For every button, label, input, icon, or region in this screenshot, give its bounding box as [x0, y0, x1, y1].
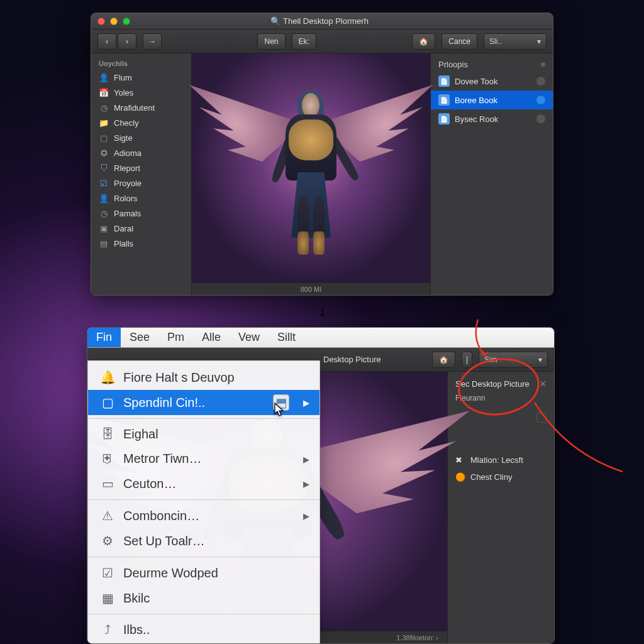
nen-button[interactable]: Nen: [257, 33, 285, 50]
menu-item[interactable]: ⚙Set Up Toalr…: [88, 528, 319, 553]
menu-item-label: Set Up Toalr…: [123, 534, 205, 548]
doc-icon: ▢: [99, 133, 109, 143]
menu-item[interactable]: ☑Deurme Wodped: [88, 560, 319, 586]
window-title-bottom: Desktop Picture: [323, 355, 381, 364]
menu-separator: [88, 557, 319, 557]
menu-item-label: Ilbs..: [123, 623, 150, 637]
window-title: 🔍 Thell Desktop Plormerh: [130, 16, 509, 26]
window-icon: ▣: [99, 223, 109, 233]
options-icon[interactable]: [536, 413, 547, 423]
sidebar-item-label: Plalls: [114, 239, 133, 248]
menu-pm[interactable]: Pm: [158, 328, 193, 347]
globe-icon: ✪: [99, 148, 109, 158]
divider-button[interactable]: |: [462, 352, 472, 368]
sidebar-item-label: Flum: [114, 73, 132, 82]
right-panel: Prloopis ≡ 📄Dovee Took📄Boree Book📄Bysec …: [430, 53, 553, 295]
image-preview[interactable]: [192, 53, 430, 282]
menu-item[interactable]: ▭Ceuton…▸: [88, 471, 319, 496]
menu-item-label: Comboncin…: [123, 509, 199, 523]
path-button[interactable]: →: [143, 33, 162, 50]
back-button[interactable]: ‹: [97, 33, 116, 50]
menu-item-label: Eighal: [123, 427, 158, 441]
ek-button[interactable]: Ek:: [292, 33, 316, 50]
card-icon: ▭: [101, 476, 114, 491]
image-icon: ▦: [101, 591, 114, 606]
shield-icon: ⛉: [99, 163, 109, 173]
folder-icon: 📁: [99, 118, 109, 128]
menu-item[interactable]: 🗄Eighal: [88, 422, 319, 447]
sidebar-item[interactable]: 📅Yoles: [91, 85, 191, 100]
menubar: FinSeePmAlleVewSillt: [87, 328, 554, 348]
zoom-icon[interactable]: [123, 18, 130, 25]
sidebar-item[interactable]: ▤Plalls: [91, 236, 191, 251]
menu-vew[interactable]: Vew: [230, 328, 269, 347]
sidebar-item[interactable]: ◷Mrafidutent: [91, 100, 191, 115]
sidebar-item[interactable]: 📁Checly: [91, 115, 191, 130]
menu-item[interactable]: ⤴Ilbs..: [88, 618, 319, 642]
warn-icon: ⚠: [101, 508, 114, 523]
menu-fin[interactable]: Fin: [87, 328, 121, 347]
check-icon: ☑: [99, 178, 109, 188]
status-bar: 800 MI: [192, 282, 430, 295]
sidebar-item[interactable]: 👤Rolors: [91, 191, 191, 206]
sidebar-item[interactable]: ⛉Rleport: [91, 160, 191, 175]
sidebar-item[interactable]: ◷Pamals: [91, 206, 191, 221]
menu-see[interactable]: See: [121, 328, 158, 347]
subheader: Fleurann: [448, 392, 554, 409]
sort-dropdown[interactable]: Sli..▾: [484, 33, 547, 50]
sidebar-item-label: Proyole: [114, 179, 142, 188]
sidebar-item-label: Daral: [114, 224, 133, 233]
doc-icon: 📄: [438, 94, 450, 106]
person-icon: 👤: [99, 193, 109, 203]
chevron-down-icon: ▾: [538, 355, 542, 364]
sidebar-item[interactable]: ▣Daral: [91, 221, 191, 236]
toolbar: ‹ › → Nen Ek: 🏠 Cance Sli..▾: [91, 30, 553, 53]
sidebar-item-label: Adioma: [114, 148, 142, 158]
close-icon[interactable]: [97, 18, 105, 25]
menu-item-label: Bkilc: [123, 591, 150, 606]
sidebar-item[interactable]: ✪Adioma: [91, 145, 191, 160]
menu-item[interactable]: ⛨Metror Tiwn…▸: [88, 447, 319, 471]
doc-icon: 📄: [438, 113, 450, 125]
cancel-button[interactable]: Cance: [441, 33, 477, 50]
menu-item[interactable]: ▦Bkilc: [88, 586, 319, 611]
panel-item-label: Boree Book: [455, 96, 497, 105]
close-icon[interactable]: ✕: [540, 379, 547, 389]
clock-icon: ◷: [99, 103, 109, 113]
home-button[interactable]: 🏠: [432, 352, 455, 368]
sidebar-item-label: Sigte: [114, 133, 133, 143]
sidebar-header: Uoychils: [91, 57, 191, 70]
square-icon: ▢: [101, 395, 114, 410]
status-badge: [536, 96, 545, 104]
cursor-icon: [274, 402, 286, 418]
doc-icon: 📄: [438, 75, 450, 87]
panel-item[interactable]: 📄Dovee Took: [431, 72, 553, 91]
option-icon: ✖: [455, 455, 465, 465]
panel-item[interactable]: 📄Boree Book: [431, 91, 553, 109]
home-button[interactable]: 🏠: [412, 33, 435, 50]
sidebar-item[interactable]: ▢Sigte: [91, 130, 191, 145]
panel-item[interactable]: 📄Bysec Rook: [431, 109, 553, 128]
preview-pane: 800 MI: [192, 53, 430, 295]
menu-alle[interactable]: Alle: [193, 328, 230, 347]
sidebar-item-label: Checly: [114, 118, 139, 128]
chevron-down-icon: ▾: [537, 37, 541, 46]
menu-item[interactable]: 🔔Fiore Halt s Deuvop: [88, 365, 319, 390]
chevron-right-icon: ▸: [303, 395, 309, 410]
sidebar-item-label: Mrafidutent: [114, 103, 155, 113]
panel-item-label: Dovee Took: [455, 77, 497, 86]
bars-icon: ▤: [99, 238, 109, 248]
option-item[interactable]: 🟠Chest Cliny: [448, 469, 554, 486]
finder-window-bottom: FinSeePmAlleVewSillt Desktop Picture 🏠 |…: [87, 327, 555, 644]
sidebar-item[interactable]: ☑Proyole: [91, 175, 191, 191]
menu-item[interactable]: ⚠Comboncin…▸: [88, 503, 319, 528]
sort-dropdown[interactable]: Sim▾: [479, 352, 548, 368]
chevron-right-icon: ▸: [303, 476, 309, 491]
forward-button[interactable]: ›: [118, 33, 136, 50]
menu-icon[interactable]: ≡: [540, 60, 545, 69]
option-item[interactable]: ✖Mlation: Lecsft: [448, 452, 554, 469]
minimize-icon[interactable]: [110, 18, 118, 25]
sidebar-item[interactable]: 👤Flum: [91, 70, 191, 85]
sidebar-item-label: Pamals: [114, 209, 141, 218]
menu-sillt[interactable]: Sillt: [269, 328, 304, 347]
